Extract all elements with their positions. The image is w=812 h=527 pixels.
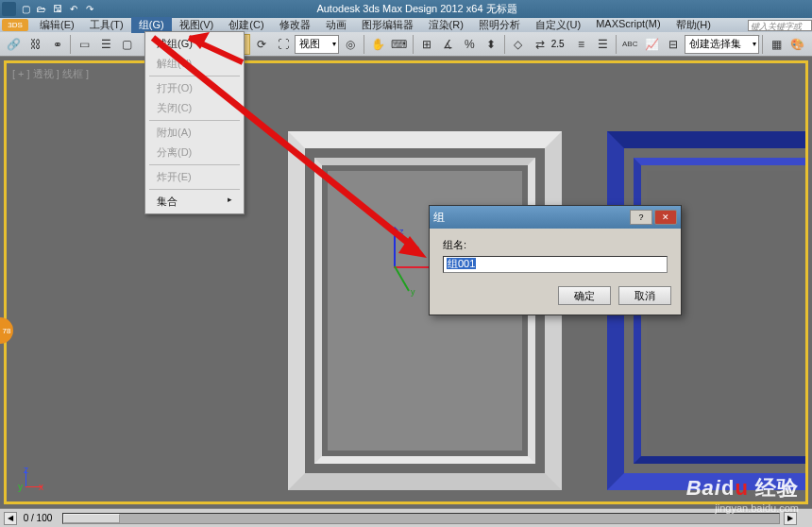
dialog-title: 组: [433, 210, 630, 226]
select-name-icon[interactable]: ☰: [95, 34, 116, 55]
pivot-icon[interactable]: ◎: [340, 34, 361, 55]
selection-set-dropdown[interactable]: 创建选择集: [685, 35, 759, 54]
menu-动画[interactable]: 动画: [318, 17, 354, 33]
group-menu-item: 解组(U): [145, 54, 244, 74]
schematic-icon[interactable]: ⊟: [663, 34, 684, 55]
menu-编辑E[interactable]: 编辑(E): [32, 17, 82, 33]
menu-帮助H[interactable]: 帮助(H): [668, 17, 719, 33]
new-icon[interactable]: ▢: [18, 3, 33, 16]
main-toolbar: 🔗 ⛓ ⚭ ▭ ☰ ▢ ◫ 全部 ↖ ✥ ⟳ ⛶ 视图 ◎ ✋ ⌨ ⊞ ∡ % …: [0, 32, 812, 57]
redo-icon[interactable]: ↷: [82, 3, 97, 16]
search-input[interactable]: 键入关键字或短: [748, 20, 812, 31]
open-icon[interactable]: 🗁: [34, 3, 49, 16]
app-icon[interactable]: [2, 2, 16, 16]
menu-渲染R[interactable]: 渲染(R): [421, 17, 471, 33]
watermark: Baidu 经验 jingyan.baidu.com: [686, 474, 799, 514]
refcoord-dropdown[interactable]: 视图: [295, 35, 340, 54]
group-menu-item: 关闭(C): [145, 98, 244, 118]
undo-icon[interactable]: ↶: [66, 3, 81, 16]
spinner-value[interactable]: 2.5: [551, 39, 570, 49]
menu-自定义U[interactable]: 自定义(U): [528, 17, 588, 33]
menu-修改器[interactable]: 修改器: [272, 17, 318, 33]
watermark-logo: Baidu 经验: [686, 474, 799, 502]
menu-图形编辑器[interactable]: 图形编辑器: [354, 17, 421, 33]
group-dialog: 组 ? ✕ 组名: 组001 确定 取消: [429, 205, 682, 315]
dialog-titlebar[interactable]: 组 ? ✕: [430, 206, 681, 229]
viewport[interactable]: [ + ] 透视 ] 线框 ] z x y z x y: [4, 60, 808, 504]
scale-icon[interactable]: ⛶: [273, 34, 294, 55]
selection-region-icon[interactable]: ▢: [117, 34, 138, 55]
named-sel-icon[interactable]: ◇: [508, 34, 529, 55]
bind-icon[interactable]: ⚭: [47, 34, 68, 55]
group-menu-item: 分离(D): [145, 143, 244, 162]
render-icon[interactable]: 🎨: [787, 34, 808, 55]
close-icon[interactable]: ✕: [654, 210, 677, 225]
app-logo[interactable]: 3DS: [2, 19, 28, 31]
window-title: Autodesk 3ds Max Design 2012 x64 无标题: [97, 2, 736, 16]
group-menu-item[interactable]: 成组(G): [145, 34, 244, 54]
align-icon[interactable]: ≡: [571, 34, 592, 55]
snap-icon[interactable]: ⊞: [416, 34, 437, 55]
rotate-icon[interactable]: ⟳: [251, 34, 272, 55]
cancel-button[interactable]: 取消: [618, 286, 671, 305]
watermark-url: jingyan.baidu.com: [686, 502, 799, 514]
group-menu-item: 打开(O): [145, 78, 244, 98]
timeline-position: 0 / 100: [17, 513, 59, 523]
timeline-thumb[interactable]: [63, 514, 120, 523]
title-bar: ▢ 🗁 🖫 ↶ ↷ Autodesk 3ds Max Design 2012 x…: [0, 0, 812, 18]
group-menu: 成组(G)解组(U)打开(O)关闭(C)附加(A)分离(D)炸开(E)集合: [144, 31, 245, 214]
curve-editor-icon[interactable]: 📈: [641, 34, 662, 55]
menu-工具T[interactable]: 工具(T): [82, 17, 131, 33]
percent-snap-icon[interactable]: %: [459, 34, 480, 55]
layers-icon[interactable]: ☰: [593, 34, 614, 55]
save-icon[interactable]: 🖫: [50, 3, 65, 16]
abc-icon[interactable]: ABC: [619, 34, 640, 55]
quick-access-toolbar: ▢ 🗁 🖫 ↶ ↷: [18, 3, 97, 16]
manipulate-icon[interactable]: ✋: [367, 34, 388, 55]
menu-MAXScriptM[interactable]: MAXScript(M): [588, 17, 668, 33]
menu-照明分析[interactable]: 照明分析: [471, 17, 528, 33]
group-menu-item: 附加(A): [145, 123, 244, 143]
help-icon[interactable]: ?: [630, 210, 652, 225]
select-icon[interactable]: ▭: [74, 34, 94, 55]
timeline-track[interactable]: [62, 513, 780, 524]
material-icon[interactable]: ▦: [766, 34, 787, 55]
keyboard-shortcut-icon[interactable]: ⌨: [389, 34, 410, 55]
viewport-label[interactable]: [ + ] 透视 ] 线框 ]: [12, 67, 89, 81]
group-name-label: 组名:: [443, 238, 668, 252]
ok-button[interactable]: 确定: [558, 286, 611, 305]
unlink-icon[interactable]: ⛓: [25, 34, 46, 55]
timeline: ◀ 0 / 100 ▶: [0, 512, 801, 525]
angle-snap-icon[interactable]: ∡: [438, 34, 459, 55]
spinner-snap-icon[interactable]: ⬍: [481, 34, 501, 55]
group-menu-item: 炸开(E): [145, 167, 244, 187]
group-name-input[interactable]: 组001: [443, 256, 668, 273]
menu-bar: 3DS 编辑(E)工具(T)组(G)视图(V)创建(C)修改器动画图形编辑器渲染…: [0, 18, 812, 32]
link-icon[interactable]: 🔗: [4, 34, 25, 55]
mirror-icon[interactable]: ⇄: [530, 34, 550, 55]
group-menu-item[interactable]: 集合: [145, 192, 244, 212]
timeline-prev-icon[interactable]: ◀: [4, 512, 17, 525]
